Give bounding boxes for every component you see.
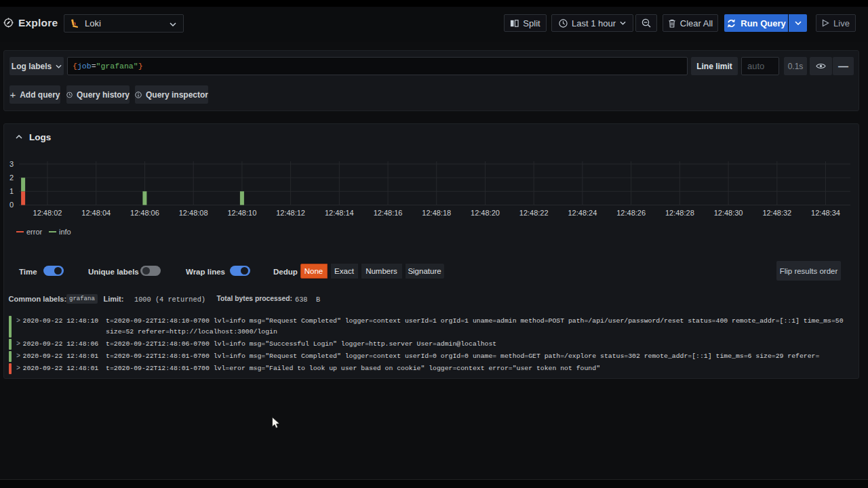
svg-text:12:48:14: 12:48:14: [325, 209, 354, 217]
svg-text:3: 3: [9, 160, 14, 168]
svg-text:12:48:34: 12:48:34: [811, 209, 840, 217]
svg-text:1: 1: [9, 187, 14, 195]
svg-text:12:48:30: 12:48:30: [714, 209, 743, 217]
svg-text:12:48:02: 12:48:02: [33, 209, 62, 217]
svg-text:info: info: [59, 228, 71, 236]
svg-text:12:48:28: 12:48:28: [665, 209, 694, 217]
svg-text:2: 2: [9, 174, 14, 182]
svg-text:12:48:32: 12:48:32: [762, 209, 791, 217]
svg-text:error: error: [26, 228, 43, 236]
svg-text:12:48:22: 12:48:22: [519, 209, 549, 217]
svg-text:12:48:04: 12:48:04: [81, 209, 111, 217]
svg-text:12:48:06: 12:48:06: [130, 209, 159, 217]
svg-text:12:48:08: 12:48:08: [179, 209, 208, 217]
svg-text:12:48:26: 12:48:26: [616, 209, 646, 217]
svg-text:12:48:16: 12:48:16: [374, 209, 403, 217]
svg-text:12:48:18: 12:48:18: [422, 209, 451, 217]
svg-text:12:48:20: 12:48:20: [471, 209, 500, 217]
svg-text:0: 0: [9, 201, 14, 209]
svg-text:12:48:24: 12:48:24: [568, 209, 597, 217]
svg-text:12:48:10: 12:48:10: [227, 209, 256, 217]
svg-text:12:48:12: 12:48:12: [276, 209, 305, 217]
